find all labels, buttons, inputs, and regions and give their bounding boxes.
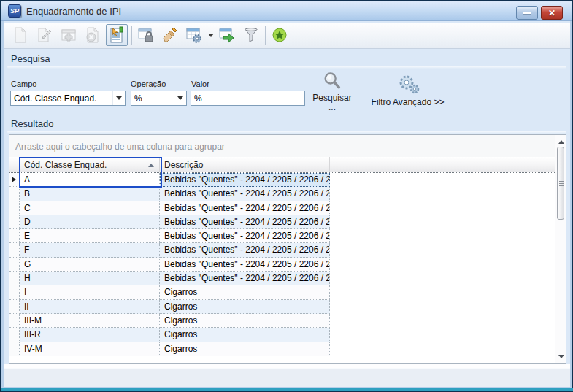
clear-edit-icon: [161, 26, 179, 44]
valor-input[interactable]: [191, 91, 305, 106]
delete-record-button[interactable]: [82, 24, 104, 46]
table-row[interactable]: G Bebidas "Quentes" - 2204 / 2205 / 2206…: [9, 258, 330, 272]
export-grid-button[interactable]: [216, 24, 238, 46]
row-indicator-cell[interactable]: [9, 215, 20, 229]
minimize-icon: [523, 12, 531, 15]
scroll-down-button[interactable]: [555, 351, 566, 361]
minimize-button[interactable]: [516, 6, 538, 20]
row-code-cell[interactable]: I: [20, 285, 160, 299]
campo-select[interactable]: Cód. Classe Enquad.: [10, 91, 126, 106]
results-section-title: Resultado: [11, 118, 54, 129]
edit-record-button[interactable]: [34, 24, 55, 46]
filter-funnel-button[interactable]: [240, 24, 262, 46]
scroll-up-button[interactable]: [555, 137, 566, 147]
table-row[interactable]: III-R Cigarros: [9, 328, 330, 342]
row-indicator-cell[interactable]: [9, 201, 20, 215]
favorites-star-icon: [271, 26, 288, 44]
table-row[interactable]: H Bebidas "Quentes" - 2204 / 2205 / 2206…: [9, 272, 330, 285]
row-indicator-cell[interactable]: [9, 173, 20, 187]
campo-dropdown-icon[interactable]: [112, 91, 125, 105]
row-indicator-cell[interactable]: [9, 243, 20, 257]
window-bottom-accent: [1, 388, 573, 391]
row-code-cell[interactable]: E: [20, 229, 160, 243]
row-desc-cell[interactable]: Cigarros: [160, 285, 330, 299]
lock-window-icon: [137, 26, 155, 44]
row-indicator-cell[interactable]: [9, 229, 20, 243]
toolbar-separator: [131, 26, 132, 45]
table-row[interactable]: III-M Cigarros: [9, 314, 330, 328]
edit-record-icon: [36, 26, 53, 44]
campo-label: Campo: [11, 80, 36, 88]
group-by-box[interactable]: Arraste aqui o cabeçalho de uma coluna p…: [9, 135, 566, 157]
row-indicator-cell[interactable]: [9, 342, 20, 356]
scrollbar-grip: [559, 181, 564, 188]
grid-rows: A Bebidas "Quentes" - 2204 / 2205 / 2206…: [9, 173, 330, 356]
window-title: Enquadramento de IPI: [26, 6, 121, 17]
scroll-down-icon: [558, 355, 564, 358]
row-desc-cell[interactable]: Bebidas "Quentes" - 2204 / 2205 / 2206 /…: [160, 187, 330, 201]
new-record-button[interactable]: [9, 24, 31, 46]
row-code-cell[interactable]: B: [20, 187, 160, 201]
row-code-cell[interactable]: IV-M: [20, 342, 160, 356]
row-code-cell[interactable]: F: [20, 243, 160, 257]
table-row[interactable]: E Bebidas "Quentes" - 2204 / 2205 / 2206…: [9, 229, 330, 243]
insert-record-icon: [60, 26, 77, 44]
row-code-cell[interactable]: III-R: [20, 328, 160, 342]
row-desc-cell[interactable]: Bebidas "Quentes" - 2204 / 2205 / 2206 /…: [160, 229, 330, 243]
row-indicator-cell[interactable]: [9, 258, 20, 272]
row-code-cell[interactable]: H: [20, 272, 160, 285]
row-indicator-cell[interactable]: [9, 272, 20, 285]
advanced-filter-button[interactable]: Filtro Avançado >>: [362, 74, 453, 107]
row-indicator-cell[interactable]: [9, 300, 20, 314]
insert-record-button[interactable]: [58, 24, 80, 46]
row-desc-cell[interactable]: Bebidas "Quentes" - 2204 / 2205 / 2206 /…: [160, 215, 330, 229]
table-row[interactable]: IV-M Cigarros: [9, 342, 330, 356]
row-desc-cell[interactable]: Bebidas "Quentes" - 2204 / 2205 / 2206 /…: [160, 258, 330, 272]
operacao-select[interactable]: %: [131, 91, 187, 106]
close-button[interactable]: ✕: [541, 6, 563, 20]
grid-settings-dropdown-icon[interactable]: [208, 34, 214, 37]
vertical-scrollbar[interactable]: [555, 135, 566, 363]
table-row[interactable]: D Bebidas "Quentes" - 2204 / 2205 / 2206…: [9, 215, 330, 229]
lock-window-button[interactable]: [135, 24, 157, 46]
row-indicator-cell[interactable]: [9, 328, 20, 342]
row-desc-cell[interactable]: Bebidas "Quentes" - 2204 / 2205 / 2206 /…: [160, 272, 330, 285]
row-code-cell[interactable]: A: [20, 173, 160, 187]
scrollbar-thumb[interactable]: [557, 147, 564, 220]
row-desc-cell[interactable]: Bebidas "Quentes" - 2204 / 2205 / 2206 /…: [160, 201, 330, 215]
table-row[interactable]: B Bebidas "Quentes" - 2204 / 2205 / 2206…: [9, 187, 330, 201]
table-row[interactable]: F Bebidas "Quentes" - 2204 / 2205 / 2206…: [9, 243, 330, 257]
favorites-button[interactable]: [269, 24, 291, 46]
row-code-cell[interactable]: C: [20, 201, 160, 215]
row-desc-cell[interactable]: Cigarros: [160, 342, 330, 356]
browse-records-button[interactable]: [106, 24, 128, 46]
pesquisar-button[interactable]: Pesquisar ...: [307, 71, 357, 112]
search-section-title: Pesquisa: [11, 53, 50, 64]
row-desc-cell[interactable]: Bebidas "Quentes" - 2204 / 2205 / 2206 /…: [160, 173, 330, 187]
operacao-dropdown-icon[interactable]: [174, 91, 186, 105]
column-header-codigo[interactable]: Cód. Classe Enquad.: [20, 157, 160, 172]
status-strip: [4, 368, 570, 387]
row-desc-cell[interactable]: Cigarros: [160, 300, 330, 314]
table-row[interactable]: A Bebidas "Quentes" - 2204 / 2205 / 2206…: [9, 173, 330, 187]
group-by-hint: Arraste aqui o cabeçalho de uma coluna p…: [15, 142, 225, 152]
row-indicator-cell[interactable]: [9, 285, 20, 299]
table-row[interactable]: II Cigarros: [9, 300, 330, 314]
table-row[interactable]: C Bebidas "Quentes" - 2204 / 2205 / 2206…: [9, 201, 330, 215]
row-desc-cell[interactable]: Bebidas "Quentes" - 2204 / 2205 / 2206 /…: [160, 243, 330, 257]
section-divider: [7, 131, 566, 134]
row-desc-cell[interactable]: Cigarros: [160, 314, 330, 328]
row-indicator-cell[interactable]: [9, 187, 20, 201]
clear-edit-button[interactable]: [159, 24, 181, 46]
titlebar: SP Enquadramento de IPI ✕: [1, 1, 572, 21]
row-code-cell[interactable]: D: [20, 215, 160, 229]
column-header-descricao[interactable]: Descrição: [160, 157, 330, 172]
table-row[interactable]: I Cigarros: [9, 285, 330, 299]
browse-records-icon: [108, 26, 126, 44]
row-code-cell[interactable]: G: [20, 258, 160, 272]
grid-settings-button[interactable]: [183, 24, 205, 46]
row-desc-cell[interactable]: Cigarros: [160, 328, 330, 342]
row-code-cell[interactable]: III-M: [20, 314, 160, 328]
row-indicator-cell[interactable]: [9, 314, 20, 328]
row-code-cell[interactable]: II: [20, 300, 160, 314]
